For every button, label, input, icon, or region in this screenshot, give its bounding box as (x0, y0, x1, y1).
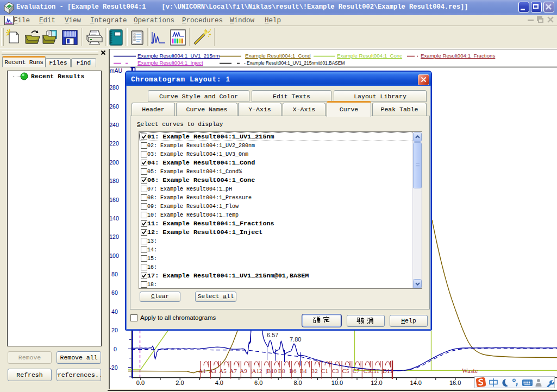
svg-text:160: 160 (109, 197, 119, 203)
svg-text:7.80: 7.80 (290, 336, 301, 343)
svg-text:Waste: Waste (462, 368, 478, 374)
svg-text:|D11: |D11 (381, 368, 393, 374)
svg-text:80: 80 (111, 271, 118, 277)
svg-text:|A12: |A12 (251, 368, 262, 374)
svg-text:12.0: 12.0 (371, 380, 382, 386)
svg-text:C5: C5 (342, 368, 349, 374)
svg-text:mAU: mAU (110, 67, 123, 74)
svg-text:140: 140 (109, 215, 119, 222)
svg-text:10.0: 10.0 (331, 380, 343, 386)
svg-text:C3: C3 (332, 368, 339, 374)
svg-text:|B10: |B10 (266, 368, 277, 374)
svg-text:C11: C11 (370, 368, 379, 374)
svg-text:B2: B2 (311, 368, 318, 374)
svg-text:B4: B4 (300, 368, 307, 374)
svg-text:A1: A1 (198, 368, 205, 374)
svg-text:240: 240 (109, 122, 119, 128)
svg-text:B6: B6 (290, 368, 297, 374)
svg-text:60: 60 (111, 289, 118, 296)
svg-text:100: 100 (109, 252, 119, 259)
svg-text:220: 220 (109, 140, 119, 147)
svg-text:280: 280 (109, 84, 119, 91)
svg-text:A7: A7 (229, 368, 237, 374)
svg-text:6.57: 6.57 (267, 332, 278, 338)
svg-text:120: 120 (109, 233, 119, 240)
svg-text:20: 20 (111, 327, 118, 333)
svg-text:200: 200 (109, 159, 119, 166)
svg-text:A9: A9 (240, 368, 247, 374)
svg-text:4.0: 4.0 (215, 380, 223, 386)
svg-text:A3: A3 (209, 368, 216, 374)
svg-text:260: 260 (109, 103, 119, 110)
svg-text:40: 40 (111, 308, 118, 315)
svg-text:B8: B8 (278, 368, 285, 374)
svg-text:-20: -20 (109, 364, 117, 371)
svg-text:180: 180 (109, 178, 119, 184)
svg-text:0: 0 (114, 346, 117, 352)
svg-text:C1: C1 (321, 368, 328, 374)
svg-text:C7: C7 (353, 368, 360, 374)
svg-text:16.0: 16.0 (449, 380, 461, 386)
svg-text:8.0: 8.0 (293, 380, 302, 386)
svg-text:14.0: 14.0 (410, 380, 422, 386)
svg-text:2.0: 2.0 (176, 380, 184, 386)
svg-text:0.0: 0.0 (136, 380, 145, 386)
svg-text:6.0: 6.0 (254, 380, 262, 386)
svg-text:A5: A5 (219, 368, 227, 374)
